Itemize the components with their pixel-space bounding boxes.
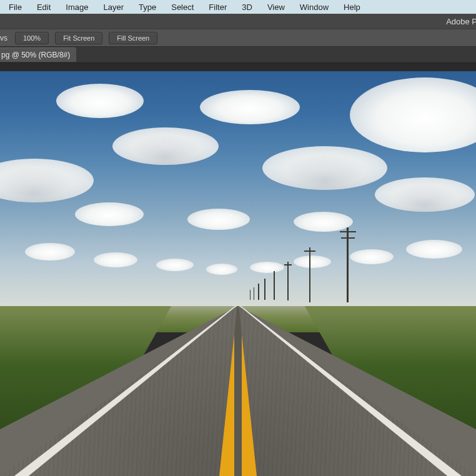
utility-pole (250, 290, 250, 300)
cloud (112, 127, 219, 165)
menu-filter[interactable]: Filter (201, 1, 234, 13)
document-tab[interactable]: pg @ 50% (RGB/8#) (0, 47, 76, 62)
photo-content (0, 71, 476, 476)
utility-pole (274, 271, 275, 300)
cloud (200, 90, 300, 124)
utility-pole (287, 262, 289, 300)
menu-image[interactable]: Image (58, 1, 96, 13)
menu-file[interactable]: File (1, 1, 29, 13)
cloud (406, 240, 462, 259)
menu-select[interactable]: Select (164, 1, 201, 13)
canvas[interactable] (0, 71, 476, 476)
utility-pole (264, 279, 265, 300)
cloud (156, 259, 194, 271)
fill-screen-button[interactable]: Fill Screen (109, 32, 157, 44)
cloud (262, 146, 387, 190)
cloud (94, 252, 137, 267)
cloud (375, 177, 475, 212)
utility-pole (258, 284, 259, 300)
cloud (294, 255, 331, 268)
menu-help[interactable]: Help (336, 1, 368, 13)
cloud (187, 209, 250, 230)
document-tab-label: pg @ 50% (RGB/8#) (1, 51, 70, 59)
options-bar: vs 100% Fit Screen Fill Screen (0, 29, 476, 47)
cloud (250, 262, 284, 273)
cloud (206, 264, 237, 275)
menu-3d[interactable]: 3D (234, 1, 260, 13)
zoom-100-button[interactable]: 100% (15, 32, 49, 44)
utility-pole (347, 227, 349, 302)
menu-edit[interactable]: Edit (29, 1, 58, 13)
fit-screen-button[interactable]: Fit Screen (55, 32, 102, 44)
cloud (294, 212, 353, 232)
cloud (75, 202, 144, 226)
canvas-gutter (0, 63, 476, 71)
utility-pole (309, 247, 310, 302)
road (0, 306, 476, 476)
menu-bar: File Edit Image Layer Type Select Filter… (0, 0, 476, 14)
menu-window[interactable]: Window (292, 1, 336, 13)
app-title: Adobe P (446, 17, 476, 26)
options-left-fragment: vs (0, 34, 9, 42)
cloud (25, 243, 75, 260)
menu-type[interactable]: Type (131, 1, 164, 13)
title-strip: Adobe P (0, 14, 476, 29)
utility-pole (254, 287, 254, 300)
menu-layer[interactable]: Layer (96, 1, 132, 13)
document-tab-bar: pg @ 50% (RGB/8#) (0, 47, 476, 63)
cloud (350, 249, 394, 264)
menu-view[interactable]: View (260, 1, 292, 13)
cloud (56, 84, 144, 118)
